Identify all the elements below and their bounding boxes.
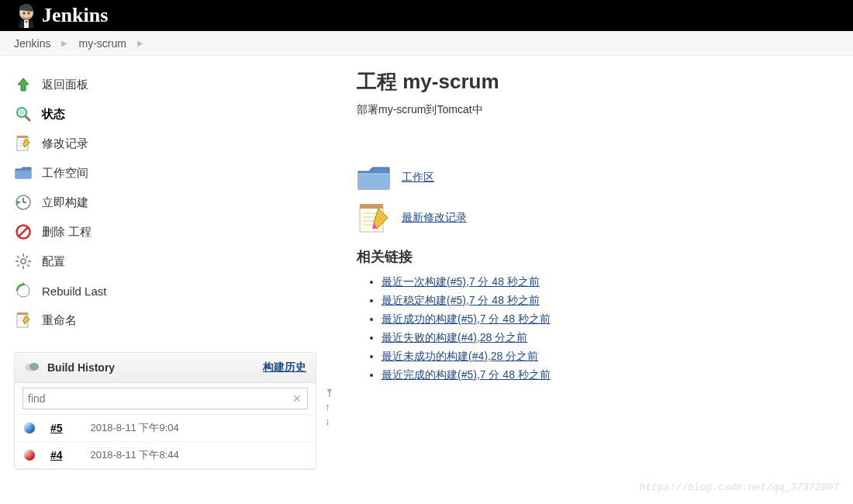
build-row[interactable]: #4 2018-8-11 下午8:44 bbox=[15, 442, 316, 469]
logo-text: Jenkins bbox=[42, 4, 108, 27]
sidebar-item-label: 立即构建 bbox=[42, 195, 88, 210]
sidebar-item-label: 配置 bbox=[42, 254, 65, 269]
refresh-clock-icon bbox=[14, 281, 33, 300]
build-history-panel: Build History 构建历史 ✕ ⤒ ↑ ↓ #5 2018-8-11 … bbox=[14, 352, 316, 470]
jenkins-butler-icon bbox=[16, 2, 37, 29]
history-scroll-controls: ⤒ ↑ ↓ bbox=[325, 388, 334, 426]
scroll-down-icon[interactable]: ↓ bbox=[325, 416, 334, 426]
sidebar-item-label: Rebuild Last bbox=[42, 285, 106, 298]
up-arrow-icon bbox=[14, 75, 33, 94]
recent-changes-link[interactable]: 最新修改记录 bbox=[402, 211, 467, 225]
sidebar-item-changes[interactable]: 修改记录 bbox=[14, 129, 326, 158]
sidebar-item-rename[interactable]: 重命名 bbox=[14, 306, 326, 335]
related-links-heading: 相关链接 bbox=[357, 247, 839, 266]
sidebar: 返回面板 状态 修改记录 工作空间 立即构建 bbox=[0, 56, 326, 470]
svg-rect-23 bbox=[26, 264, 29, 267]
build-date: 2018-8-11 下午9:04 bbox=[91, 421, 179, 435]
sidebar-item-workspace[interactable]: 工作空间 bbox=[14, 158, 326, 188]
build-number-link[interactable]: #5 bbox=[50, 422, 63, 434]
sidebar-item-label: 工作空间 bbox=[42, 166, 88, 181]
svg-rect-25 bbox=[16, 264, 19, 267]
sidebar-item-build-now[interactable]: 立即构建 bbox=[14, 188, 326, 217]
build-history-header: Build History 构建历史 bbox=[15, 353, 316, 383]
list-item: 最近失败的构建(#4),28 分之前 bbox=[382, 331, 839, 345]
list-item: 最近成功的构建(#5),7 分 48 秒之前 bbox=[382, 312, 839, 326]
svg-rect-22 bbox=[16, 255, 19, 258]
build-date: 2018-8-11 下午8:44 bbox=[91, 448, 179, 462]
jenkins-logo[interactable]: Jenkins bbox=[16, 2, 108, 29]
sidebar-item-status[interactable]: 状态 bbox=[14, 99, 326, 129]
sidebar-item-label: 返回面板 bbox=[42, 78, 88, 92]
list-item: 最近一次构建(#5),7 分 48 秒之前 bbox=[382, 275, 839, 289]
workspace-link-block: 工作区 bbox=[357, 164, 839, 192]
status-ball-failed-icon bbox=[24, 450, 35, 461]
sidebar-item-configure[interactable]: 配置 bbox=[14, 247, 326, 276]
build-number-link[interactable]: #4 bbox=[50, 449, 63, 461]
related-link[interactable]: 最近一次构建(#5),7 分 48 秒之前 bbox=[382, 275, 540, 288]
list-item: 最近完成的构建(#5),7 分 48 秒之前 bbox=[382, 368, 839, 382]
svg-rect-20 bbox=[16, 261, 19, 262]
related-link[interactable]: 最近未成功的构建(#4),28 分之前 bbox=[382, 350, 538, 362]
svg-rect-29 bbox=[17, 312, 28, 315]
build-history-title: Build History bbox=[47, 361, 115, 374]
notepad-edit-icon bbox=[14, 311, 33, 330]
clear-icon[interactable]: ✕ bbox=[292, 392, 302, 405]
svg-rect-8 bbox=[17, 136, 28, 138]
status-ball-success-icon bbox=[24, 423, 35, 433]
sidebar-item-label: 删除 工程 bbox=[42, 225, 92, 240]
main-content: 工程 my-scrum 部署my-scrum到Tomcat中 工作区 最新修改记… bbox=[326, 56, 853, 470]
top-bar: Jenkins bbox=[0, 0, 853, 31]
svg-point-1 bbox=[23, 12, 26, 14]
related-links-list: 最近一次构建(#5),7 分 48 秒之前 最近稳定构建(#5),7 分 48 … bbox=[357, 275, 839, 382]
breadcrumb-root[interactable]: Jenkins bbox=[14, 37, 50, 50]
page-description: 部署my-scrum到Tomcat中 bbox=[357, 103, 839, 117]
svg-point-26 bbox=[22, 260, 25, 263]
scroll-top-icon[interactable]: ⤒ bbox=[325, 388, 334, 399]
workspace-link[interactable]: 工作区 bbox=[402, 171, 434, 185]
related-link[interactable]: 最近稳定构建(#5),7 分 48 秒之前 bbox=[382, 294, 540, 306]
related-link[interactable]: 最近成功的构建(#5),7 分 48 秒之前 bbox=[382, 312, 551, 325]
breadcrumb-project[interactable]: my-scrum bbox=[78, 37, 126, 50]
svg-rect-35 bbox=[360, 204, 383, 209]
sidebar-item-back[interactable]: 返回面板 bbox=[14, 70, 326, 99]
search-icon bbox=[14, 105, 33, 123]
folder-icon bbox=[14, 164, 33, 182]
build-history-link[interactable]: 构建历史 bbox=[263, 361, 306, 375]
svg-rect-21 bbox=[28, 261, 31, 262]
weather-icon bbox=[24, 361, 40, 374]
notepad-large-icon bbox=[357, 202, 391, 233]
related-link[interactable]: 最近失败的构建(#4),28 分之前 bbox=[382, 331, 527, 343]
sidebar-item-delete[interactable]: 删除 工程 bbox=[14, 217, 326, 247]
folder-large-icon bbox=[357, 164, 391, 192]
svg-rect-24 bbox=[25, 255, 28, 258]
svg-point-2 bbox=[28, 12, 30, 14]
scroll-up-icon[interactable]: ↑ bbox=[325, 402, 334, 413]
sidebar-item-label: 修改记录 bbox=[42, 136, 88, 151]
list-item: 最近稳定构建(#5),7 分 48 秒之前 bbox=[382, 294, 839, 308]
build-row[interactable]: #5 2018-8-11 下午9:04 bbox=[15, 415, 316, 442]
build-find-input[interactable] bbox=[22, 388, 308, 409]
sidebar-item-rebuild[interactable]: Rebuild Last bbox=[14, 276, 326, 306]
sidebar-item-label: 重命名 bbox=[42, 313, 77, 328]
gear-icon bbox=[14, 252, 33, 271]
related-link[interactable]: 最近完成的构建(#5),7 分 48 秒之前 bbox=[382, 368, 551, 381]
clock-play-icon bbox=[14, 193, 33, 212]
notepad-icon bbox=[14, 134, 33, 153]
page-title: 工程 my-scrum bbox=[357, 68, 839, 95]
svg-rect-19 bbox=[22, 266, 24, 269]
chevron-right-icon: ▶ bbox=[61, 39, 67, 47]
changes-link-block: 最新修改记录 bbox=[357, 202, 839, 233]
no-entry-icon bbox=[14, 223, 33, 241]
chevron-right-icon: ▶ bbox=[137, 39, 143, 47]
svg-point-5 bbox=[19, 110, 25, 116]
sidebar-item-label: 状态 bbox=[42, 107, 65, 122]
svg-rect-18 bbox=[22, 254, 24, 257]
breadcrumbs: Jenkins ▶ my-scrum ▶ bbox=[0, 31, 853, 56]
svg-line-6 bbox=[26, 116, 29, 120]
list-item: 最近未成功的构建(#4),28 分之前 bbox=[382, 350, 839, 364]
svg-point-33 bbox=[29, 363, 39, 371]
build-history-body: ✕ ⤒ ↑ ↓ #5 2018-8-11 下午9:04 #4 2018-8-11… bbox=[15, 383, 316, 469]
